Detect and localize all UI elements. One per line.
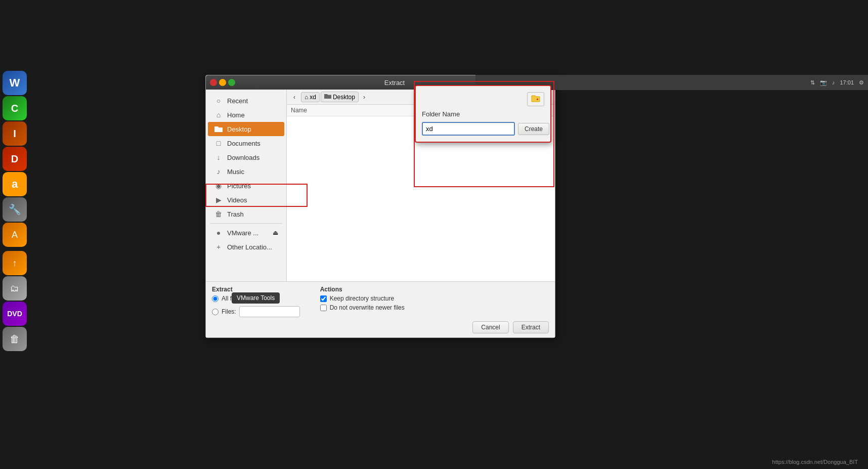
power-icon: ⚙	[859, 79, 864, 86]
network-icon: ⇅	[810, 79, 815, 86]
launcher-icon-amazon[interactable]: a	[3, 172, 27, 196]
window-bottom: Extract All files Files:	[206, 281, 555, 337]
launcher-icon-dvd[interactable]: DVD	[3, 302, 27, 326]
file-sidebar: ○ Recent ⌂ Home Desktop □ Documen	[206, 90, 287, 281]
new-folder-button[interactable]: +	[527, 92, 544, 106]
music-icon: ♪	[214, 167, 223, 176]
home-breadcrumb-icon: ⌂	[305, 94, 308, 101]
launcher-icon-impress[interactable]: I	[3, 121, 27, 146]
sidebar-item-downloads[interactable]: ↓ Downloads	[208, 150, 284, 164]
eject-icon: ⏏	[273, 229, 278, 236]
sidebar-item-other[interactable]: + Other Locatio...	[208, 240, 284, 254]
action-buttons: Cancel Extract	[212, 321, 549, 333]
launcher-icon-writer[interactable]: W	[3, 71, 27, 95]
sidebar-item-trash[interactable]: 🗑 Trash	[208, 207, 284, 221]
keep-dir-checkbox[interactable]: Keep directory structure	[320, 295, 405, 302]
sidebar-item-music[interactable]: ♪ Music	[208, 164, 284, 179]
launcher-icon-appstore[interactable]: A	[3, 223, 27, 247]
pictures-icon: ◉	[214, 181, 223, 190]
volume-icon: ♪	[832, 79, 835, 86]
files-text-input[interactable]	[239, 306, 300, 317]
folder-name-popup: + Folder Name Create	[415, 85, 551, 143]
no-overwrite-checkbox[interactable]: Do not overwrite newer files	[320, 304, 405, 311]
folder-name-label: Folder Name	[422, 110, 544, 118]
back-button[interactable]: ‹	[290, 92, 299, 102]
keep-dir-checkbox-input[interactable]	[320, 295, 327, 302]
forward-icon: ›	[363, 94, 365, 101]
launcher-icon-trash[interactable]: 🗑	[3, 327, 27, 351]
sidebar-item-vmware[interactable]: ● VMware ... ⏏	[208, 226, 284, 240]
actions-options: Actions Keep directory structure Do not …	[320, 286, 405, 311]
forward-button[interactable]: ›	[360, 92, 369, 102]
folder-name-input[interactable]	[422, 122, 515, 136]
sidebar-divider	[210, 223, 282, 224]
home-icon: ⌂	[214, 110, 223, 119]
create-folder-button[interactable]: Create	[518, 123, 549, 135]
recent-icon: ○	[214, 96, 223, 105]
sidebar-item-desktop[interactable]: Desktop	[208, 122, 284, 136]
trash-icon: 🗑	[214, 209, 223, 219]
sidebar-item-documents[interactable]: □ Documents	[208, 136, 284, 150]
window-controls	[210, 79, 235, 86]
launcher-icon-settings[interactable]: 🔧	[3, 197, 27, 222]
screenshot-icon: 📷	[820, 79, 827, 86]
vmware-tooltip: VMware Tools	[232, 292, 280, 304]
files-radio[interactable]: Files:	[212, 308, 236, 315]
folder-popup-toolbar: +	[422, 92, 544, 106]
sidebar-item-pictures[interactable]: ◉ Pictures	[208, 179, 284, 193]
videos-icon: ▶	[214, 195, 223, 204]
folder-name-row: Create	[422, 122, 544, 136]
window-minimize-button[interactable]	[219, 79, 226, 86]
vmware-icon: ●	[214, 228, 223, 237]
sidebar-item-home[interactable]: ⌂ Home	[208, 108, 284, 122]
other-icon: +	[214, 242, 223, 251]
folder-breadcrumb-icon	[324, 93, 331, 101]
documents-icon: □	[214, 139, 223, 148]
files-row: Files:	[212, 306, 300, 317]
cancel-button[interactable]: Cancel	[472, 321, 508, 333]
launcher-icon-draw[interactable]: D	[3, 147, 27, 171]
svg-text:+: +	[536, 97, 539, 102]
window-maximize-button[interactable]	[228, 79, 235, 86]
launcher-icon-calc[interactable]: C	[3, 96, 27, 120]
url-bar: https://blog.csdn.net/Donggua_BIT	[772, 459, 858, 465]
sidebar-item-recent[interactable]: ○ Recent	[208, 94, 284, 108]
system-time: 17:01	[840, 79, 854, 86]
all-files-radio-input[interactable]	[212, 295, 219, 302]
breadcrumb: ⌂ xd Desktop ›	[301, 92, 369, 102]
no-overwrite-checkbox-input[interactable]	[320, 305, 327, 311]
desktop-folder-icon	[214, 124, 223, 134]
window-close-button[interactable]	[210, 79, 217, 86]
extract-button[interactable]: Extract	[513, 321, 549, 333]
downloads-icon: ↓	[214, 153, 223, 162]
breadcrumb-home[interactable]: ⌂ xd	[301, 92, 320, 102]
sidebar-item-videos[interactable]: ▶ Videos	[208, 193, 284, 207]
breadcrumb-desktop[interactable]: Desktop	[321, 92, 359, 102]
back-icon: ‹	[293, 94, 295, 101]
launcher-icon-updater[interactable]: ↑	[3, 251, 27, 275]
launcher-icon-files[interactable]: 🗂	[3, 276, 27, 301]
files-radio-input[interactable]	[212, 309, 219, 315]
actions-checkbox-group: Keep directory structure Do not overwrit…	[320, 295, 405, 311]
launcher: W C I D a 🔧 A ↑ 🗂 DVD 🗑	[0, 71, 29, 351]
